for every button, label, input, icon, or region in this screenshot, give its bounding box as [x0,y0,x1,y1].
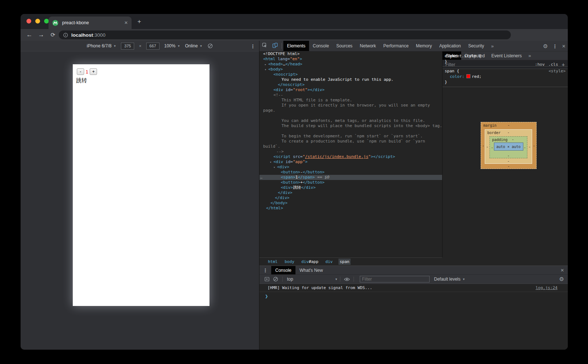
dom-tree-line[interactable]: To begin the development, run `npm start… [259,134,442,139]
element-style-rule[interactable]: element.style { } [442,51,568,66]
dom-tree-line[interactable]: page. [259,108,442,113]
devtools-tab-network[interactable]: Network [356,41,380,51]
forward-icon[interactable]: → [37,30,46,39]
dom-tree-line[interactable]: ▸<head>…</head> [259,62,442,67]
browser-tab[interactable]: preact-kbone ✕ [49,17,132,29]
device-width-input[interactable] [121,43,134,50]
dom-tree-line[interactable] [259,113,442,118]
dom-tree-line[interactable]: </html> [259,206,442,211]
drawer-tab-console[interactable]: Console [271,266,295,274]
inspect-element-icon[interactable] [259,43,270,50]
execution-context-select[interactable]: top▼ [287,277,338,282]
tab-close-icon[interactable]: ✕ [124,21,128,25]
css-declaration[interactable]: color:red; [445,74,566,79]
dom-tree-line[interactable]: </body> [259,201,442,206]
console-settings-icon[interactable]: ⚙ [559,276,564,282]
dom-tree-line[interactable]: If you open it directly in the browser, … [259,103,442,108]
devtools-close-icon[interactable]: ✕ [562,44,566,49]
devtools-tab-application[interactable]: Application [435,41,465,51]
dom-tree-line[interactable]: You need to enable JavaScript to run thi… [259,77,442,82]
code-token: <span> [281,175,295,180]
dom-tree-line[interactable]: <div id="root"></div> [259,87,442,93]
clear-console-icon[interactable] [271,275,280,283]
drawer-close-icon[interactable]: ✕ [560,268,564,273]
dom-tree-line[interactable]: </noscript> [259,82,442,87]
dom-tree-line[interactable]: To create a production bundle, use `npm … [259,139,442,144]
dom-tree-line[interactable]: <!-- [259,93,442,98]
increment-button[interactable]: + [90,68,97,75]
dom-tree-line[interactable]: ▾<body> [259,67,442,72]
drawer-menu-icon[interactable]: ⋮ [259,266,271,274]
dom-tree-line[interactable]: </div> [259,190,442,195]
breadcrumb-item-html[interactable]: html [267,259,279,265]
devtools-tab-console[interactable]: Console [309,41,333,51]
decrement-button[interactable]: - [77,68,84,75]
log-levels-select[interactable]: Default levels▼ [434,277,465,282]
dom-tree-line[interactable]: ▾<div id="app"> [259,159,442,165]
rule-origin[interactable]: <style> [549,68,566,74]
desktop: preact-kbone ✕ + ← → ⟳ localhost :3000 [0,0,588,364]
new-tab-button[interactable]: + [137,18,141,25]
device-height-input[interactable] [146,43,159,50]
url-host: localhost [71,32,93,38]
minimize-window-button[interactable] [35,19,40,24]
device-toolbar-toggle-icon[interactable] [270,43,280,50]
dom-tree-line[interactable]: <html lang="en"> [259,57,442,62]
address-bar[interactable]: localhost :3000 [59,30,511,39]
dom-tree-line[interactable]: …<span>1</span> == $0 [259,175,442,180]
live-expression-eye-icon[interactable] [343,275,351,283]
info-icon[interactable] [63,33,68,37]
jump-link[interactable]: 跳转 [73,75,209,84]
dom-tree-line[interactable]: <button>-</button> [259,170,442,175]
counter-row: - 1 + [73,64,209,75]
dom-tree-line[interactable]: This HTML file is a template. [259,98,442,103]
console-sidebar-icon[interactable] [262,275,271,283]
dom-tree-line[interactable]: <!DOCTYPE html> [259,51,442,57]
divider [354,277,354,282]
dom-tree-line[interactable]: build`. [259,144,442,149]
drawer-tab-what-s-new[interactable]: What's New [295,266,327,274]
log-source-link[interactable]: log.js:24 [535,285,557,290]
close-window-button[interactable] [26,19,31,24]
devtools-tab-performance[interactable]: Performance [380,41,412,51]
dom-tree-line[interactable]: <script src="/static/js/index.bundle.js"… [259,154,442,159]
breadcrumb-item-div#app[interactable]: div#app [300,259,319,265]
device-toolbar-menu-icon[interactable]: ⋮ [250,43,255,49]
console-filter-input[interactable] [360,276,430,282]
expand-arrow-icon[interactable]: ▾ [273,165,277,170]
more-tabs-icon[interactable]: » [488,43,497,49]
dom-tree-line[interactable]: <button>+</button> [259,180,442,185]
color-swatch[interactable] [466,74,470,78]
expand-arrow-icon[interactable]: ▾ [270,160,273,165]
devtools-tab-security[interactable]: Security [465,41,488,51]
dom-tree-line[interactable]: <div>跳转</div> [259,185,442,190]
console-prompt[interactable]: ❯ [259,292,568,300]
zoom-select[interactable]: 100%▼ [164,43,180,48]
back-icon[interactable]: ← [25,30,34,39]
devtools-tab-memory[interactable]: Memory [412,41,435,51]
code-token: + [300,180,303,185]
dom-tree-line[interactable]: </div> [259,195,442,201]
breadcrumb-item-div[interactable]: div [324,259,334,265]
devtools-tab-elements[interactable]: Elements [283,41,309,51]
devtools-tab-sources[interactable]: Sources [333,41,356,51]
network-throttle-select[interactable]: Online▼ [185,43,202,48]
rotate-device-icon[interactable] [207,43,213,49]
breadcrumb-item-body[interactable]: body [284,259,296,265]
device-select[interactable]: iPhone 6/7/8▼ [87,43,116,48]
breadcrumb-item-span[interactable]: span [338,259,351,265]
expand-arrow-icon[interactable]: ▾ [265,67,268,72]
dom-tree-line[interactable]: The build step will place the bundled sc… [259,123,442,129]
span-style-rule[interactable]: <style> span { color:red; } [442,66,568,87]
dom-tree-line[interactable]: ▾<div> [259,165,442,170]
line-options-icon[interactable]: … [260,175,262,180]
dom-tree-line[interactable]: --> [259,149,442,154]
devtools-settings-icon[interactable]: ⚙ [543,43,548,49]
dom-tree-line[interactable] [259,129,442,134]
dom-tree-line[interactable]: You can add webfonts, meta tags, or anal… [259,118,442,123]
dom-tree-line[interactable]: <noscript> [259,72,442,77]
devtools-menu-icon[interactable]: ⋮ [552,43,557,49]
code-token: </html> [266,206,283,210]
reload-icon[interactable]: ⟳ [49,30,57,39]
expand-arrow-icon[interactable]: ▸ [265,62,268,67]
